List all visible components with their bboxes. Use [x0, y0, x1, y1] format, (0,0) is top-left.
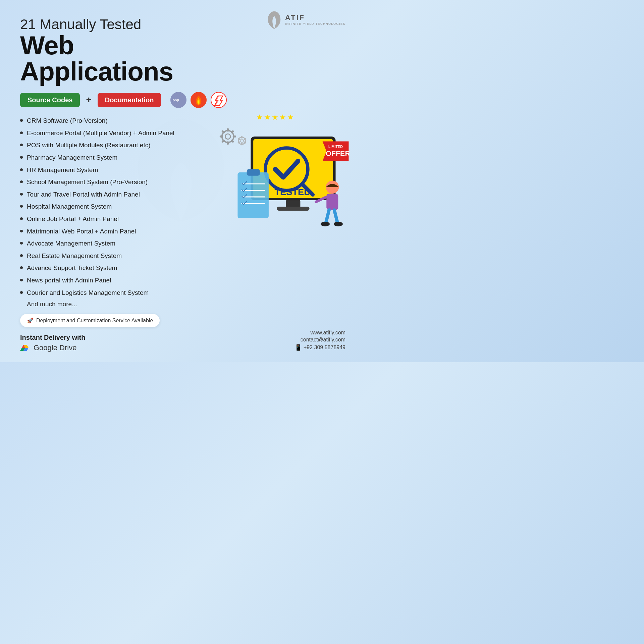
- main-content: CRM Software (Pro-Version) E-commerce Po…: [20, 116, 345, 352]
- tech-icons: php: [170, 92, 227, 108]
- svg-rect-30: [277, 207, 309, 211]
- svg-rect-9: [230, 130, 234, 134]
- svg-text:LIMITED: LIMITED: [328, 145, 343, 149]
- svg-rect-14: [220, 136, 223, 138]
- list-item: HR Management System: [20, 166, 195, 175]
- bullet: [20, 205, 23, 208]
- svg-rect-15: [221, 130, 225, 134]
- bullet: [20, 291, 23, 294]
- item-text: HR Management System: [27, 166, 98, 175]
- brand-logo: ATIF INFINITE YIELD TECHNOLOGIES: [267, 10, 345, 29]
- item-text: Pharmacy Management System: [27, 153, 117, 162]
- item-text: CRM Software (Pro-Version): [27, 116, 108, 125]
- monitor-illustration: TESTED LIMITED OFFER: [211, 123, 349, 248]
- bullet: [20, 193, 23, 196]
- google-drive-icon: [20, 343, 30, 352]
- brand-subtitle: INFINITE YIELD TECHNOLOGIES: [285, 22, 345, 25]
- star: ★: [272, 113, 278, 122]
- svg-line-43: [334, 210, 338, 223]
- item-text: Matrimonial Web Portal + Admin Panel: [27, 227, 136, 236]
- list-item: Matrimonial Web Portal + Admin Panel: [20, 227, 195, 236]
- deployment-icon: 🚀: [27, 317, 34, 324]
- item-text: Advocate Management System: [27, 239, 115, 248]
- app-list: CRM Software (Pro-Version) E-commerce Po…: [20, 116, 195, 352]
- item-text: Online Job Portal + Admin Panel: [27, 215, 119, 224]
- and-more: And much more...: [27, 301, 195, 308]
- list-item: POS with Multiple Modules (Restaurant et…: [20, 141, 195, 150]
- list-item: Online Job Portal + Admin Panel: [20, 215, 195, 224]
- heading-line1: 21 Manually Tested: [20, 17, 215, 32]
- svg-rect-18: [241, 136, 243, 139]
- bullet: [20, 254, 23, 257]
- star: ★: [256, 113, 263, 122]
- svg-point-45: [321, 222, 330, 226]
- item-text: School Management System (Pro-Version): [27, 178, 148, 187]
- php-icon: php: [170, 92, 186, 108]
- item-text: Hospital Management System: [27, 202, 112, 211]
- svg-rect-41: [326, 194, 338, 210]
- bullet: [20, 168, 23, 171]
- bullet: [20, 144, 23, 146]
- svg-point-17: [240, 139, 244, 143]
- item-text: Tour and Travel Portal with Admin Panel: [27, 190, 140, 199]
- svg-line-42: [326, 210, 329, 223]
- bullet: [20, 266, 23, 269]
- google-drive-row: Google Drive: [20, 343, 195, 352]
- bullet: [20, 230, 23, 232]
- heading-section: 21 Manually Tested Web Applications: [20, 17, 215, 85]
- svg-rect-12: [227, 142, 229, 145]
- bullet: [20, 180, 23, 183]
- bullet: [20, 242, 23, 245]
- brand-name: ATIF: [285, 13, 345, 22]
- list-item: Tour and Travel Portal with Admin Panel: [20, 190, 195, 199]
- item-text: E-commerce Portal (Multiple Vendor) + Ad…: [27, 129, 174, 138]
- list-item: Pharmacy Management System: [20, 153, 195, 162]
- google-drive-label: Google Drive: [34, 343, 76, 352]
- star: ★: [264, 113, 271, 122]
- svg-text:OFFER: OFFER: [326, 150, 349, 158]
- deployment-badge: 🚀 Deployment and Customization Service A…: [20, 314, 160, 327]
- laravel-icon: [211, 92, 227, 108]
- svg-point-7: [225, 134, 230, 139]
- bullet: [20, 119, 23, 122]
- delivery-section: Instant Delivery with Google Drive: [20, 334, 195, 352]
- star: ★: [287, 113, 294, 122]
- svg-rect-11: [230, 139, 234, 143]
- delivery-title: Instant Delivery with: [20, 334, 195, 341]
- item-text: Real Estate Management System: [27, 252, 122, 261]
- list-item: Courier and Logistics Management System: [20, 288, 195, 298]
- svg-text:TESTED: TESTED: [274, 187, 311, 197]
- item-text: POS with Multiple Modules (Restaurant et…: [27, 141, 151, 150]
- bullet: [20, 156, 23, 159]
- svg-text:php: php: [173, 98, 179, 102]
- list-item: Advance Support Ticket System: [20, 264, 195, 273]
- item-text: Courier and Logistics Management System: [27, 288, 149, 298]
- svg-rect-8: [227, 128, 229, 132]
- svg-rect-29: [286, 200, 301, 207]
- list-item: Advocate Management System: [20, 239, 195, 248]
- stars-row: ★ ★ ★ ★ ★: [211, 113, 339, 122]
- list-item: Real Estate Management System: [20, 252, 195, 261]
- logo-icon: [267, 10, 282, 29]
- svg-rect-35: [247, 169, 260, 176]
- svg-rect-34: [237, 172, 269, 218]
- bullet: [20, 131, 23, 134]
- svg-point-46: [334, 222, 343, 226]
- codeigniter-icon: [191, 92, 207, 108]
- list-item: School Management System (Pro-Version): [20, 178, 195, 187]
- bullet: [20, 217, 23, 220]
- svg-rect-10: [233, 136, 236, 138]
- illustration-section: ★ ★ ★ ★ ★: [205, 116, 345, 352]
- item-text: Advance Support Ticket System: [27, 264, 117, 273]
- source-codes-badge: Source Codes: [20, 93, 80, 107]
- illustration-wrapper: ★ ★ ★ ★ ★: [211, 113, 339, 249]
- plus-separator: +: [86, 95, 91, 105]
- badges-row: Source Codes + Documentation php: [20, 92, 345, 108]
- deployment-text: Deployment and Customization Service Ava…: [36, 318, 153, 324]
- bullet: [20, 279, 23, 281]
- svg-rect-13: [221, 139, 225, 143]
- svg-rect-21: [241, 143, 243, 146]
- heading-line2: Web Applications: [20, 32, 215, 85]
- star: ★: [279, 113, 286, 122]
- list-item: E-commerce Portal (Multiple Vendor) + Ad…: [20, 129, 195, 138]
